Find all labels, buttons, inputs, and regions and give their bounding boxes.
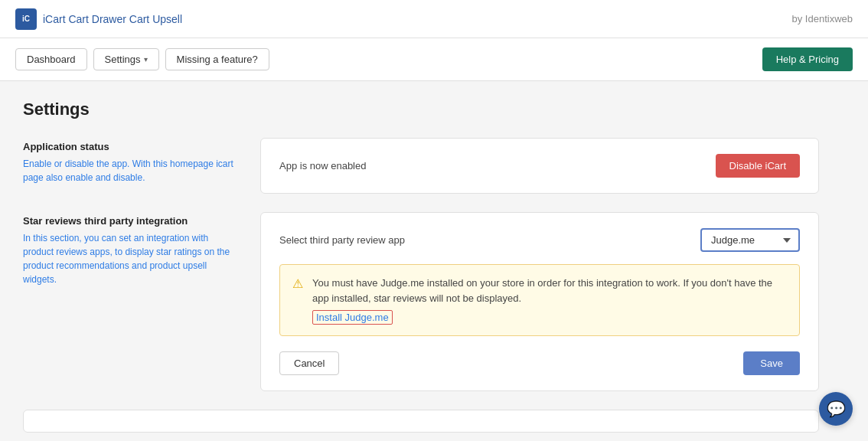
missing-feature-button[interactable]: Missing a feature? bbox=[165, 48, 269, 70]
app-status-desc: Enable or disable the app. With this hom… bbox=[23, 157, 237, 185]
install-judgeme-link[interactable]: Install Judge.me bbox=[312, 310, 393, 325]
top-navigation: iC iCart Cart Drawer Cart Upsell by Iden… bbox=[0, 0, 868, 38]
app-title: iCart Cart Drawer Cart Upsell bbox=[43, 13, 182, 25]
review-select-label: Select third party review app bbox=[279, 234, 405, 246]
toolbar-left: Dashboard Settings ▾ Missing a feature? bbox=[15, 48, 269, 70]
nav-left: iC iCart Cart Drawer Cart Upsell bbox=[15, 8, 182, 30]
warning-box: ⚠ You must have Judge.me installed on yo… bbox=[279, 264, 800, 336]
application-status-section: Application status Enable or disable the… bbox=[23, 138, 819, 194]
by-label: by Identixweb bbox=[792, 13, 853, 24]
star-reviews-desc: In this section, you can set an integrat… bbox=[23, 231, 237, 286]
review-select-row: Select third party review app Judge.me N… bbox=[279, 228, 800, 252]
bottom-partial-card bbox=[23, 410, 819, 433]
settings-button[interactable]: Settings ▾ bbox=[93, 48, 159, 70]
disable-icart-button[interactable]: Disable iCart bbox=[716, 154, 800, 178]
warning-text: You must have Judge.me installed on your… bbox=[312, 276, 787, 305]
star-reviews-label: Star reviews third party integration In … bbox=[23, 212, 237, 391]
star-reviews-section: Star reviews third party integration In … bbox=[23, 212, 819, 391]
action-row: Cancel Save bbox=[279, 351, 800, 375]
app-status-card: App is now enabled Disable iCart bbox=[260, 138, 819, 194]
chat-icon: 💬 bbox=[827, 400, 846, 418]
toolbar: Dashboard Settings ▾ Missing a feature? … bbox=[0, 38, 868, 81]
warning-content: You must have Judge.me installed on your… bbox=[312, 276, 787, 325]
save-button[interactable]: Save bbox=[743, 351, 800, 375]
app-logo: iC bbox=[15, 8, 37, 30]
warning-icon: ⚠ bbox=[292, 276, 303, 291]
app-status-label: Application status Enable or disable the… bbox=[23, 138, 237, 194]
settings-chevron-icon: ▾ bbox=[144, 55, 148, 64]
help-pricing-button[interactable]: Help & Pricing bbox=[762, 47, 853, 71]
main-content: Settings Application status Enable or di… bbox=[0, 81, 842, 441]
app-status-row: App is now enabled Disable iCart bbox=[279, 154, 800, 178]
star-reviews-card: Select third party review app Judge.me N… bbox=[260, 212, 819, 391]
star-reviews-title: Star reviews third party integration bbox=[23, 215, 237, 227]
dashboard-button[interactable]: Dashboard bbox=[15, 48, 87, 70]
app-status-title: Application status bbox=[23, 141, 237, 152]
app-status-text: App is now enabled bbox=[279, 160, 366, 172]
chat-bubble-button[interactable]: 💬 bbox=[819, 392, 853, 426]
cancel-button[interactable]: Cancel bbox=[279, 351, 339, 375]
page-title: Settings bbox=[23, 100, 819, 119]
review-app-select[interactable]: Judge.me None Yotpo Stamped.io Okendo bbox=[700, 228, 800, 252]
